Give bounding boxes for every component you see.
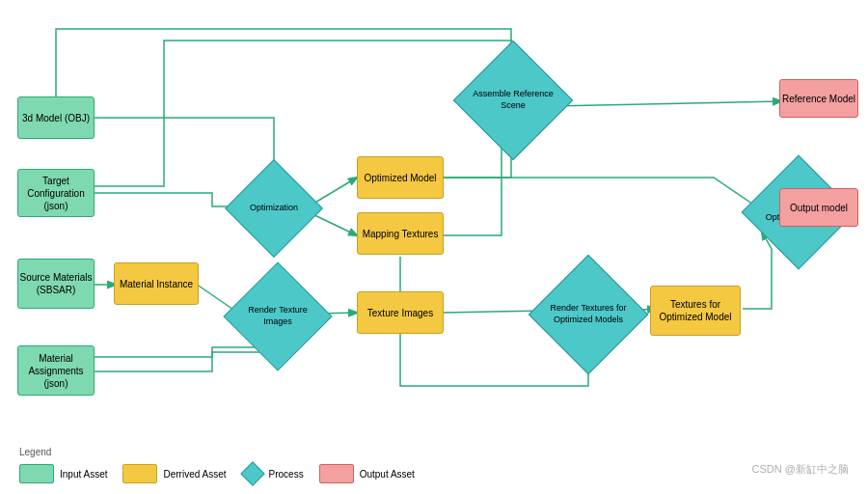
legend-title: Legend <box>19 447 415 457</box>
node-material-instance: Material Instance <box>114 262 199 305</box>
svg-line-3 <box>309 212 357 235</box>
node-optimized-model: Optimized Model <box>357 156 444 199</box>
node-target-config: Target Configuration (json) <box>17 169 95 217</box>
node-textures-optimized-model: Textures for Optimized Model <box>650 286 741 336</box>
watermark: CSDN @新缸中之脑 <box>752 462 849 477</box>
legend-output-asset: Output Asset <box>319 464 415 483</box>
legend-green-box <box>19 464 54 483</box>
node-render-textures-optimized: Render Textures for Optimized Models <box>529 255 648 374</box>
legend-process: Process <box>242 463 304 484</box>
legend-output-label: Output Asset <box>360 469 415 480</box>
node-output-model: Output model <box>779 188 858 227</box>
legend: Legend Input Asset Derrived Asset Proces… <box>19 447 415 484</box>
legend-input-label: Input Asset <box>60 469 107 480</box>
node-source-materials: Source Materials (SBSAR) <box>17 259 95 309</box>
diagram: 3d Model (OBJ) Target Configuration (jso… <box>0 0 868 494</box>
legend-input-asset: Input Asset <box>19 464 107 483</box>
node-3d-model: 3d Model (OBJ) <box>17 96 95 139</box>
svg-line-5 <box>552 101 781 106</box>
legend-diamond-box <box>240 461 264 485</box>
node-assemble-ref-scene: Assemble Reference Scene <box>453 41 573 160</box>
legend-derrived-label: Derrived Asset <box>163 469 226 480</box>
node-material-assignments: Material Assignments (json) <box>17 345 95 396</box>
node-texture-images: Texture Images <box>357 291 444 334</box>
legend-diamond-wrap <box>242 463 263 484</box>
legend-yellow-box <box>122 464 157 483</box>
legend-row: Input Asset Derrived Asset Process Outpu… <box>19 463 415 484</box>
legend-process-label: Process <box>269 469 304 480</box>
node-render-texture-images: Render Texture Images <box>223 261 332 370</box>
legend-derrived-asset: Derrived Asset <box>122 464 226 483</box>
node-optimization: Optimization <box>225 159 323 258</box>
legend-pink-box <box>319 464 354 483</box>
node-mapping-textures: Mapping Textures <box>357 212 444 255</box>
node-reference-model: Reference Model <box>779 79 858 118</box>
